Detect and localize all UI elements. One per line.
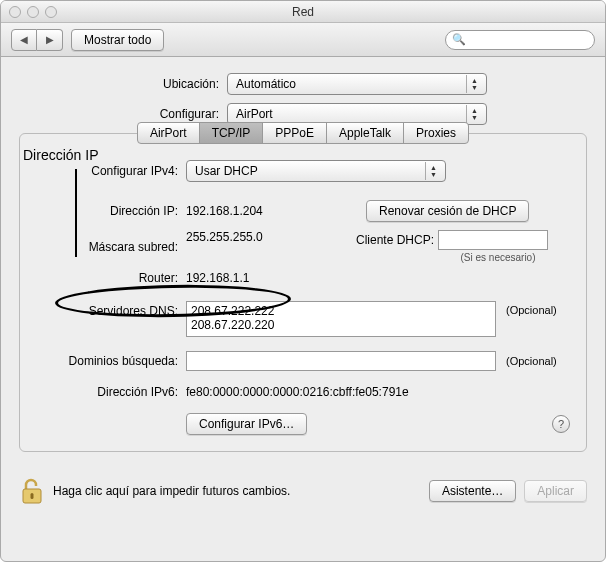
location-row: Ubicación: Automático ▲▼ <box>19 73 587 95</box>
ip-row: Dirección IP: 192.168.1.204 Renovar cesi… <box>20 196 586 226</box>
router-row: Router: 192.168.1.1 <box>20 267 586 289</box>
tcpip-groupbox: AirPort TCP/IP PPPoE AppleTalk Proxies C… <box>19 133 587 452</box>
ipv6-row: Dirección IPv6: fe80:0000:0000:0000:0216… <box>20 381 586 403</box>
ipv4-config-popup[interactable]: Usar DHCP ▲▼ <box>186 160 446 182</box>
location-label: Ubicación: <box>19 77 227 91</box>
tab-bar: AirPort TCP/IP PPPoE AppleTalk Proxies <box>20 122 586 144</box>
chevron-updown-icon: ▲▼ <box>466 105 482 123</box>
lock-text: Haga clic aquí para impedir futuros camb… <box>53 484 290 498</box>
tab-proxies[interactable]: Proxies <box>403 122 469 144</box>
search-domains-hint: (Opcional) <box>506 355 557 367</box>
traffic-lights <box>9 6 57 18</box>
subnet-value: 255.255.255.0 <box>186 230 356 244</box>
dns-hint: (Opcional) <box>506 301 557 316</box>
renew-dhcp-button[interactable]: Renovar cesión de DHCP <box>366 200 529 222</box>
minimize-icon[interactable] <box>27 6 39 18</box>
search-input[interactable] <box>470 34 606 46</box>
tab-pppoe[interactable]: PPPoE <box>262 122 327 144</box>
search-domains-row: Dominios búsqueda: (Opcional) <box>20 347 586 375</box>
svg-rect-1 <box>31 493 34 499</box>
prefs-window: Red ◀ ▶ Mostrar todo 🔍 Dirección IP Ubic… <box>0 0 606 562</box>
search-icon: 🔍 <box>452 33 466 46</box>
show-all-label: Mostrar todo <box>84 33 151 47</box>
ip-value: 192.168.1.204 <box>186 204 366 218</box>
zoom-icon[interactable] <box>45 6 57 18</box>
tab-appletalk[interactable]: AppleTalk <box>326 122 404 144</box>
router-value: 192.168.1.1 <box>186 271 249 285</box>
footer: Haga clic aquí para impedir futuros camb… <box>1 466 605 516</box>
tab-tcpip[interactable]: TCP/IP <box>199 122 264 144</box>
location-popup[interactable]: Automático ▲▼ <box>227 73 487 95</box>
dns-label: Servidores DNS: <box>36 301 186 318</box>
apply-button[interactable]: Aplicar <box>524 480 587 502</box>
configure-value: AirPort <box>236 107 273 121</box>
ipv4-config-value: Usar DHCP <box>195 164 258 178</box>
content: Dirección IP Ubicación: Automático ▲▼ Co… <box>1 57 605 466</box>
location-value: Automático <box>236 77 296 91</box>
subnet-row: Máscara subred: 255.255.255.0 Cliente DH… <box>20 226 586 267</box>
router-label: Router: <box>36 271 186 285</box>
search-field[interactable]: 🔍 <box>445 30 595 50</box>
subnet-label: Máscara subred: <box>36 240 186 254</box>
search-domains-label: Dominios búsqueda: <box>36 354 186 368</box>
dhcp-client-hint: (Si es necesario) <box>426 252 570 263</box>
forward-button[interactable]: ▶ <box>37 29 63 51</box>
chevron-updown-icon: ▲▼ <box>466 75 482 93</box>
search-domains-input[interactable] <box>186 351 496 371</box>
configure-label: Configurar: <box>19 107 227 121</box>
nav-segment: ◀ ▶ <box>11 29 63 51</box>
titlebar: Red <box>1 1 605 23</box>
help-button[interactable]: ? <box>552 415 570 433</box>
tab-airport[interactable]: AirPort <box>137 122 200 144</box>
close-icon[interactable] <box>9 6 21 18</box>
dhcp-client-input[interactable] <box>438 230 548 250</box>
ipv6-btn-row: Configurar IPv6… ? <box>20 409 586 439</box>
ipv6-label: Dirección IPv6: <box>36 385 186 399</box>
ipv4-config-row: Configurar IPv4: Usar DHCP ▲▼ <box>20 156 586 186</box>
ipv6-value: fe80:0000:0000:0000:0216:cbff:fe05:791e <box>186 385 409 399</box>
back-button[interactable]: ◀ <box>11 29 37 51</box>
help-icon: ? <box>558 418 564 430</box>
dns-input[interactable] <box>186 301 496 337</box>
ipv4-config-label: Configurar IPv4: <box>36 164 186 178</box>
window-title: Red <box>1 5 605 19</box>
assistant-button[interactable]: Asistente… <box>429 480 516 502</box>
chevron-updown-icon: ▲▼ <box>425 162 441 180</box>
configure-ipv6-button[interactable]: Configurar IPv6… <box>186 413 307 435</box>
unlock-icon <box>19 476 45 506</box>
dhcp-client-label: Cliente DHCP: <box>356 233 434 247</box>
show-all-button[interactable]: Mostrar todo <box>71 29 164 51</box>
ip-label: Dirección IP: <box>36 204 186 218</box>
lock-button[interactable] <box>19 476 45 506</box>
dns-row: Servidores DNS: (Opcional) <box>20 297 586 341</box>
toolbar: ◀ ▶ Mostrar todo 🔍 <box>1 23 605 57</box>
